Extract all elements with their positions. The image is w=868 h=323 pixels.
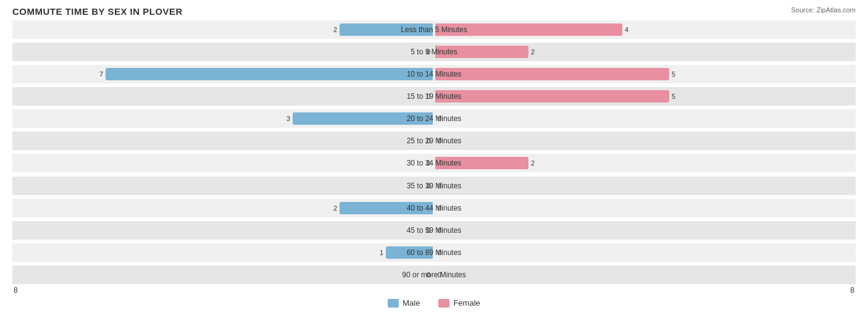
chart-container: COMMUTE TIME BY SEX IN PLOVER Source: Zi…: [0, 0, 868, 323]
female-value: 2: [531, 48, 537, 56]
female-value: 0: [438, 227, 444, 234]
female-value: 2: [531, 159, 537, 167]
bar-row: 05 to 9 Minutes2: [12, 43, 856, 61]
female-value: 0: [438, 249, 444, 256]
legend-female-box: [438, 299, 449, 308]
male-value: 0: [424, 159, 430, 167]
male-value: 0: [424, 227, 430, 234]
female-value: 4: [625, 26, 631, 33]
bar-row: 090 or more Minutes0: [12, 266, 856, 284]
bottom-right-value: 8: [850, 286, 854, 295]
female-value: 0: [438, 115, 444, 122]
legend-male: Male: [388, 298, 420, 308]
bar-row: 2Less than 5 Minutes4: [12, 20, 856, 39]
male-bar: [340, 23, 433, 36]
legend-male-box: [388, 299, 399, 308]
bar-row: 025 to 29 Minutes0: [12, 132, 856, 150]
male-value: 0: [424, 271, 430, 279]
female-value: 0: [438, 204, 444, 212]
legend: Male Female: [12, 298, 856, 308]
male-bar: [293, 112, 433, 125]
female-bar: [435, 68, 669, 80]
female-value: 5: [672, 70, 678, 78]
source-text: Source: ZipAtlas.com: [791, 6, 856, 14]
chart-title: COMMUTE TIME BY SEX IN PLOVER: [12, 6, 856, 17]
male-value: 0: [424, 182, 430, 190]
female-bar: [435, 46, 528, 58]
male-value: 1: [377, 249, 383, 256]
bar-row: 035 to 39 Minutes0: [12, 177, 856, 195]
male-value: 7: [97, 70, 103, 78]
bottom-labels: 8 8: [12, 286, 856, 295]
female-value: 0: [438, 137, 444, 145]
male-value: 0: [424, 93, 430, 100]
male-value: 2: [331, 26, 337, 33]
female-value: 0: [438, 271, 444, 279]
male-value: 3: [284, 115, 290, 122]
legend-female: Female: [438, 298, 480, 308]
bottom-left-value: 8: [14, 286, 18, 295]
bar-row: 240 to 44 Minutes0: [12, 199, 856, 217]
female-bar: [435, 23, 622, 36]
female-value: 5: [672, 93, 678, 100]
male-value: 2: [331, 204, 337, 212]
bar-row: 030 to 34 Minutes2: [12, 154, 856, 172]
male-bar: [106, 68, 433, 80]
male-bar: [386, 246, 433, 259]
chart-area: 2Less than 5 Minutes405 to 9 Minutes2710…: [12, 20, 856, 285]
bar-row: 710 to 14 Minutes5: [12, 65, 856, 83]
female-value: 0: [438, 182, 444, 190]
bar-row: 045 to 59 Minutes0: [12, 221, 856, 240]
legend-female-label: Female: [453, 298, 480, 308]
male-value: 0: [424, 137, 430, 145]
bar-row: 015 to 19 Minutes5: [12, 87, 856, 106]
female-bar: [435, 90, 669, 103]
legend-male-label: Male: [403, 298, 420, 308]
female-bar: [435, 157, 528, 169]
male-value: 0: [424, 48, 430, 56]
male-bar: [340, 202, 433, 214]
bar-row: 160 to 89 Minutes0: [12, 243, 856, 262]
bar-row: 320 to 24 Minutes0: [12, 109, 856, 128]
